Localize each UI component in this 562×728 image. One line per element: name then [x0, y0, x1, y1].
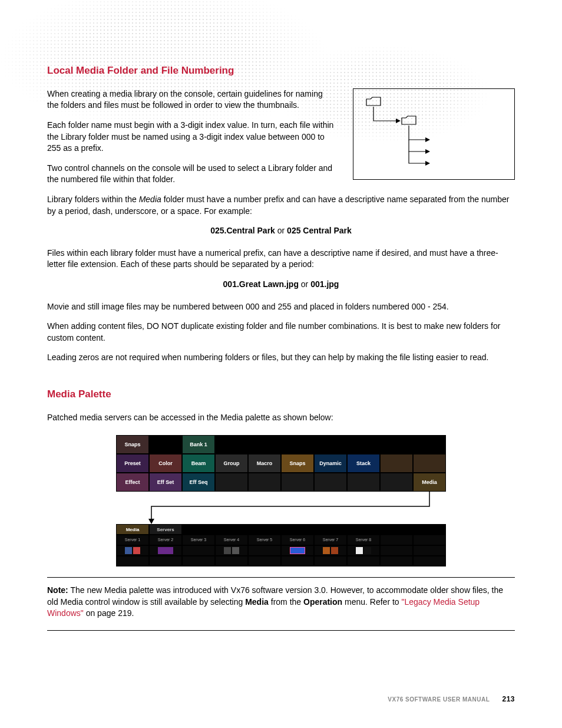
server-label-8: Server 8 — [347, 535, 380, 545]
heading-media-palette: Media Palette — [47, 387, 515, 401]
server-empty — [149, 556, 182, 566]
palette-dynamic[interactable]: Dynamic — [314, 454, 347, 473]
servers-blank — [215, 524, 248, 535]
example2-b: 001.jpg — [310, 279, 339, 289]
palette-blank — [248, 473, 281, 492]
para-leading-zeros: Leading zeros are not required when numb… — [47, 352, 515, 364]
palette-effset[interactable]: Eff Set — [149, 473, 182, 492]
palette-beam[interactable]: Beam — [182, 454, 215, 473]
server-thumb-7[interactable] — [314, 545, 347, 556]
server-thumb-6[interactable] — [281, 545, 314, 556]
server-empty — [182, 556, 215, 566]
example2-a: 001.Great Lawn.jpg — [223, 279, 299, 289]
palette-blank — [248, 435, 281, 454]
server-label-4: Server 4 — [215, 535, 248, 545]
para-no-duplicate: When adding content files, DO NOT duplic… — [47, 321, 515, 344]
server-empty — [347, 556, 380, 566]
palette-group[interactable]: Group — [215, 454, 248, 473]
note-paragraph: Note: The new Media palette was introduc… — [47, 585, 515, 620]
example2-mid: or — [299, 279, 310, 289]
servers-blank — [182, 524, 215, 535]
server-empty — [248, 556, 281, 566]
palette-header-snaps[interactable]: Snaps — [116, 435, 149, 454]
server-empty — [281, 556, 314, 566]
servers-header-servers[interactable]: Servers — [149, 524, 182, 535]
server-thumb-blank — [380, 545, 413, 556]
intro-row: When creating a media library on the con… — [47, 88, 515, 194]
text-media-italic: Media — [139, 195, 161, 204]
example-file-name: 001.Great Lawn.jpg or 001.jpg — [47, 279, 515, 291]
server-label-3: Server 3 — [182, 535, 215, 545]
server-thumb-blank — [413, 545, 446, 556]
palette-grid: Snaps Bank 1 Preset Color Beam Group Mac… — [116, 435, 446, 492]
svg-marker-3 — [425, 161, 430, 166]
server-empty — [314, 556, 347, 566]
palette-header-bank1[interactable]: Bank 1 — [182, 435, 215, 454]
palette-snaps[interactable]: Snaps — [281, 454, 314, 473]
server-thumb-1[interactable] — [116, 545, 149, 556]
palette-blank — [314, 473, 347, 492]
palette-color[interactable]: Color — [149, 454, 182, 473]
server-label-5: Server 5 — [248, 535, 281, 545]
server-label-2: Server 2 — [149, 535, 182, 545]
server-label-blank — [413, 535, 446, 545]
server-thumb-4[interactable] — [215, 545, 248, 556]
para-guidelines: When creating a media library on the con… — [47, 88, 335, 111]
palette-blank — [380, 473, 413, 492]
note-rule-bottom — [47, 630, 515, 631]
svg-marker-4 — [148, 519, 154, 524]
page-content: Local Media Folder and File Numbering Wh… — [0, 0, 562, 673]
server-empty — [215, 556, 248, 566]
note-label: Note: — [47, 585, 68, 595]
palette-figure: Snaps Bank 1 Preset Color Beam Group Mac… — [116, 435, 446, 566]
palette-blank — [281, 435, 314, 454]
palette-effect[interactable]: Effect — [116, 473, 149, 492]
note-c: menu. Refer to — [342, 597, 401, 607]
servers-blank — [413, 524, 446, 535]
folder-tree-diagram — [353, 88, 515, 180]
para-index-prefix: Each folder name must begin with a 3-dig… — [47, 120, 335, 154]
palette-blank — [347, 473, 380, 492]
servers-blank — [347, 524, 380, 535]
servers-blank — [380, 524, 413, 535]
para-library-folders: Library folders within the Media folder … — [47, 194, 515, 217]
svg-marker-1 — [425, 137, 430, 142]
server-label-1: Server 1 — [116, 535, 149, 545]
server-empty — [380, 556, 413, 566]
palette-media[interactable]: Media — [413, 473, 446, 492]
example1-a: 025.Central Park — [210, 226, 275, 235]
palette-stack[interactable]: Stack — [347, 454, 380, 473]
intro-text: When creating a media library on the con… — [47, 88, 335, 194]
svg-marker-0 — [396, 118, 401, 123]
server-empty — [413, 556, 446, 566]
footer-manual-title: VX76 SOFTWARE USER MANUAL — [388, 696, 490, 703]
server-thumb-2[interactable] — [149, 545, 182, 556]
server-label-6: Server 6 — [281, 535, 314, 545]
servers-header-media[interactable]: Media — [116, 524, 149, 535]
servers-blank — [314, 524, 347, 535]
palette-blank — [380, 435, 413, 454]
svg-marker-2 — [425, 149, 430, 154]
server-thumb-3[interactable] — [182, 545, 215, 556]
para-numbering-range: Movie and still image files may be numbe… — [47, 301, 515, 313]
server-thumb-5[interactable] — [248, 545, 281, 556]
palette-blank — [215, 435, 248, 454]
servers-blank — [281, 524, 314, 535]
servers-blank — [248, 524, 281, 535]
palette-blank — [413, 454, 446, 473]
palette-effseq[interactable]: Eff Seq — [182, 473, 215, 492]
note-operation-bold: Operation — [303, 597, 342, 607]
example-folder-name: 025.Central Park or 025 Central Park — [47, 225, 515, 237]
server-thumb-8[interactable] — [347, 545, 380, 556]
palette-blank — [281, 473, 314, 492]
palette-blank — [149, 435, 182, 454]
servers-grid: Media Servers Server 1 Server 2 Server 3… — [116, 524, 446, 566]
footer-page-number: 213 — [502, 695, 515, 703]
palette-preset[interactable]: Preset — [116, 454, 149, 473]
note-b: from the — [269, 597, 303, 607]
palette-macro[interactable]: Macro — [248, 454, 281, 473]
server-empty — [116, 556, 149, 566]
server-label-blank — [380, 535, 413, 545]
heading-local-media: Local Media Folder and File Numbering — [47, 64, 515, 78]
note-rule-top — [47, 577, 515, 578]
